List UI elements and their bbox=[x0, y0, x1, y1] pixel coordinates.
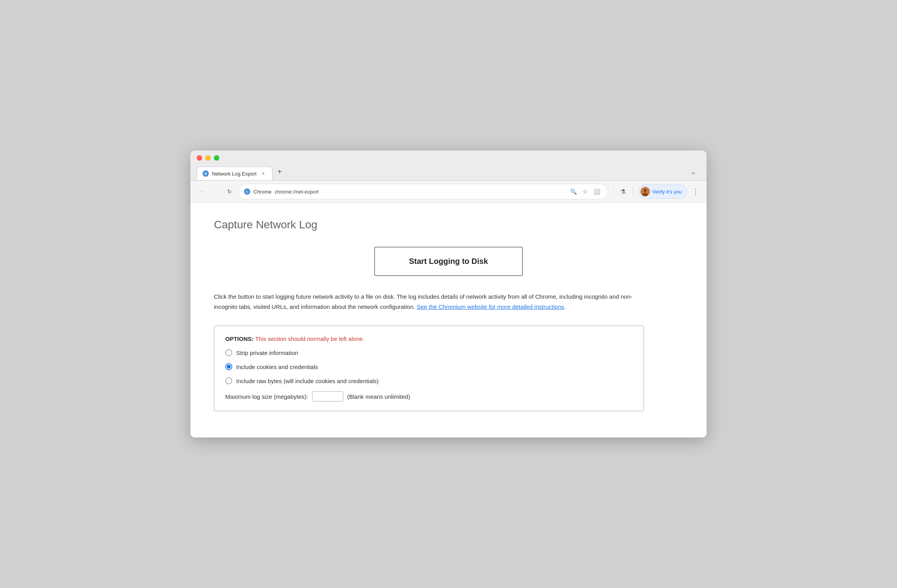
extension-icon[interactable]: ⬜ bbox=[592, 186, 602, 197]
radio-1-label: Strip private information bbox=[236, 350, 298, 356]
description-text-2: . bbox=[564, 303, 565, 310]
tab-dropdown-button[interactable]: ⌄ bbox=[686, 165, 700, 179]
navigation-bar: ← → ↻ C Chrome chrome://net-export 🔍 ☆ ⬜… bbox=[190, 181, 707, 203]
address-favicon-icon: C bbox=[244, 188, 250, 195]
url-display: chrome://net-export bbox=[274, 189, 565, 195]
start-button-container: Start Logging to Disk bbox=[214, 247, 683, 276]
verify-label: Verify it's you bbox=[652, 189, 682, 195]
options-bold-label: OPTIONS: bbox=[225, 335, 254, 342]
search-icon[interactable]: 🔍 bbox=[569, 186, 579, 197]
close-button[interactable] bbox=[197, 155, 202, 161]
back-button[interactable]: ← bbox=[196, 186, 207, 197]
traffic-lights bbox=[197, 155, 700, 161]
max-log-hint: (Blank means unlimited) bbox=[347, 393, 410, 400]
radio-strip-private[interactable]: Strip private information bbox=[225, 349, 633, 356]
radio-circle-1 bbox=[225, 349, 232, 356]
verify-button[interactable]: Verify it's you bbox=[638, 185, 687, 199]
tab-close-button[interactable]: × bbox=[260, 170, 267, 177]
max-log-row: Maximum log size (megabytes): (Blank mea… bbox=[225, 391, 633, 402]
user-avatar bbox=[640, 187, 650, 196]
page-title: Capture Network Log bbox=[214, 219, 683, 231]
tab-title: Network Log Export bbox=[212, 171, 257, 177]
address-actions: 🔍 ☆ ⬜ bbox=[569, 186, 602, 197]
browser-window: N Network Log Export × + ⌄ ← → ↻ C Chrom… bbox=[190, 151, 707, 437]
svg-point-1 bbox=[644, 189, 647, 192]
radio-2-label: Include cookies and credentials bbox=[236, 364, 318, 370]
chromium-link[interactable]: See the Chromium website for more detail… bbox=[417, 303, 564, 310]
page-description: Click the button to start logging future… bbox=[214, 292, 644, 312]
radio-include-cookies[interactable]: Include cookies and credentials bbox=[225, 363, 633, 370]
lab-icon[interactable]: ⚗ bbox=[618, 186, 628, 197]
title-bar: N Network Log Export × + ⌄ bbox=[190, 151, 707, 181]
new-tab-button[interactable]: + bbox=[273, 165, 287, 179]
more-menu-button[interactable]: ⋮ bbox=[690, 186, 701, 197]
max-log-label: Maximum log size (megabytes): bbox=[225, 393, 308, 400]
page-content: Capture Network Log Start Logging to Dis… bbox=[190, 203, 707, 437]
minimize-button[interactable] bbox=[205, 155, 211, 161]
address-bar[interactable]: C Chrome chrome://net-export 🔍 ☆ ⬜ bbox=[238, 184, 608, 199]
active-tab[interactable]: N Network Log Export × bbox=[197, 167, 273, 180]
radio-3-label: Include raw bytes (will include cookies … bbox=[236, 378, 379, 384]
radio-circle-3 bbox=[225, 377, 232, 384]
bookmark-icon[interactable]: ☆ bbox=[580, 186, 590, 197]
options-warning-label: This section should normally be left alo… bbox=[255, 335, 364, 342]
options-box: OPTIONS: This section should normally be… bbox=[214, 326, 644, 411]
radio-include-raw-bytes[interactable]: Include raw bytes (will include cookies … bbox=[225, 377, 633, 384]
maximize-button[interactable] bbox=[214, 155, 219, 161]
max-log-input[interactable] bbox=[312, 391, 343, 402]
tabs-row: N Network Log Export × + ⌄ bbox=[197, 165, 700, 180]
radio-circle-2 bbox=[225, 363, 232, 370]
tab-favicon-icon: N bbox=[203, 170, 209, 177]
chrome-badge: Chrome bbox=[253, 189, 271, 195]
start-logging-button[interactable]: Start Logging to Disk bbox=[374, 247, 523, 276]
nav-divider bbox=[613, 187, 613, 196]
nav-divider-2 bbox=[633, 187, 633, 196]
forward-button[interactable]: → bbox=[210, 186, 221, 197]
reload-button[interactable]: ↻ bbox=[224, 186, 235, 197]
options-header: OPTIONS: This section should normally be… bbox=[225, 335, 633, 342]
